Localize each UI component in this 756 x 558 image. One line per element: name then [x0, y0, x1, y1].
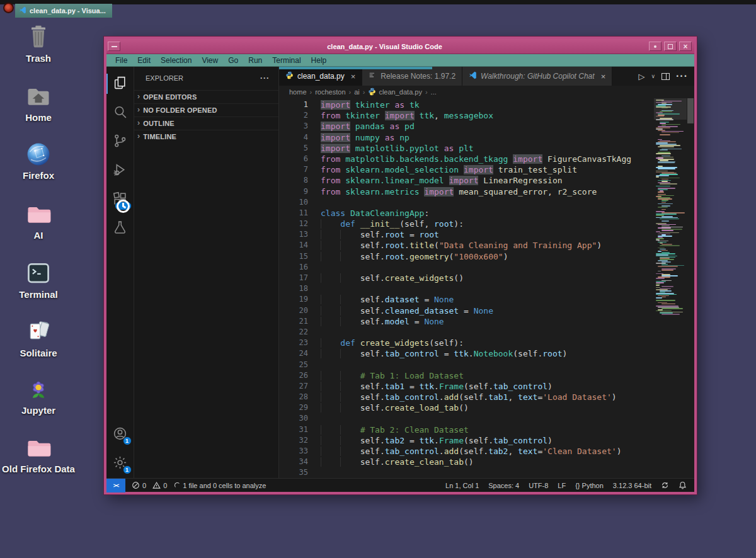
window-minimize-button[interactable] — [649, 42, 662, 51]
activity-accounts[interactable]: 1 — [106, 420, 134, 449]
split-editor-button[interactable] — [662, 73, 670, 80]
menu-edit[interactable]: Edit — [132, 56, 156, 65]
line-number[interactable]: 30 — [279, 413, 308, 424]
line-number[interactable]: 6 — [279, 154, 308, 164]
sidebar-section-no-folder-opened[interactable]: ›NO FOLDER OPENED — [134, 103, 278, 117]
code-line[interactable]: 22 — [279, 327, 654, 338]
desktop-icon-old-firefox-data[interactable]: Old Firefox Data — [0, 433, 77, 474]
line-number[interactable]: 26 — [279, 370, 308, 381]
activity-source-control[interactable] — [106, 127, 134, 156]
line-number[interactable]: 22 — [279, 327, 308, 338]
line-number[interactable]: 8 — [279, 175, 308, 186]
line-number[interactable]: 34 — [279, 457, 308, 467]
line-number[interactable]: 15 — [279, 251, 308, 262]
close-icon[interactable]: × — [601, 72, 606, 81]
breadcrumb-item-home[interactable]: home — [289, 88, 307, 96]
analysis-status[interactable]: 1 file and 0 cells to analyze — [175, 482, 266, 489]
code-line[interactable]: 9from sklearn.metrics import mean_square… — [279, 186, 654, 197]
code-line[interactable]: 2from tkinter import ttk, messagebox — [279, 110, 654, 121]
code-line[interactable]: 16 — [279, 262, 654, 273]
problems-indicator[interactable]: 0 0 — [132, 481, 167, 489]
editor-scrollbar[interactable] — [687, 98, 694, 478]
code-line[interactable]: 21 self.model = None — [279, 316, 654, 327]
line-number[interactable]: 1 — [279, 100, 308, 110]
tab-release-notes-1-97-2[interactable]: Release Notes: 1.97.2 — [362, 67, 462, 86]
code-line[interactable]: 1import tkinter as tk — [279, 100, 654, 110]
run-button[interactable]: ▷ — [638, 72, 644, 81]
breadcrumb-item-clean-data-py[interactable]: clean_data.py — [368, 88, 422, 97]
close-icon[interactable]: × — [351, 72, 356, 81]
sidebar-section-outline[interactable]: ›OUTLINE — [134, 117, 278, 130]
activity-testing[interactable] — [106, 214, 134, 243]
window-close-button[interactable]: × — [679, 42, 692, 51]
status-python[interactable]: {} Python — [575, 482, 604, 489]
window-titlebar[interactable]: clean_data.py - Visual Studio Code × — [106, 39, 694, 54]
menu-view[interactable]: View — [197, 56, 223, 65]
menu-terminal[interactable]: Terminal — [267, 56, 306, 65]
code-line[interactable]: 19 self.dataset = None — [279, 294, 654, 305]
status-utf-8[interactable]: UTF-8 — [529, 482, 548, 489]
sidebar-section-open-editors[interactable]: ›OPEN EDITORS — [134, 90, 278, 103]
status-lf[interactable]: LF — [558, 482, 566, 489]
line-number[interactable]: 29 — [279, 402, 308, 413]
code-line[interactable]: 11class DataCleaningApp: — [279, 208, 654, 219]
code-line[interactable]: 13 self.root = root — [279, 229, 654, 240]
code-line[interactable]: 24 self.tab_control = ttk.Notebook(self.… — [279, 348, 654, 359]
bell-icon[interactable] — [679, 481, 687, 489]
line-number[interactable]: 10 — [279, 197, 308, 208]
scrollbar-thumb[interactable] — [687, 98, 694, 123]
desktop-icon-terminal[interactable]: Terminal — [0, 259, 77, 300]
activity-settings[interactable]: 1 — [106, 449, 134, 478]
desktop-icon-firefox[interactable]: Firefox — [0, 140, 77, 181]
line-number[interactable]: 28 — [279, 392, 308, 402]
code-line[interactable]: 8from sklearn.linear_model import Linear… — [279, 175, 654, 186]
status-3-12-3-64-bit[interactable]: 3.12.3 64-bit — [613, 482, 651, 489]
code-line[interactable]: 23 def create_widgets(self): — [279, 338, 654, 348]
code-line[interactable]: 6from matplotlib.backends.backend_tkagg … — [279, 154, 654, 164]
code-line[interactable]: 30 — [279, 413, 654, 424]
code-line[interactable]: 5import matplotlib.pyplot as plt — [279, 143, 654, 154]
line-number[interactable]: 33 — [279, 446, 308, 457]
breadcrumb-item-rocheston[interactable]: rocheston — [315, 88, 345, 96]
desktop-icon-solitaire[interactable]: Solitaire — [0, 317, 77, 358]
line-number[interactable]: 35 — [279, 467, 308, 478]
code-line[interactable]: 25 — [279, 360, 654, 370]
line-number[interactable]: 7 — [279, 164, 308, 175]
code-line[interactable]: 34 self.create_clean_tab() — [279, 457, 654, 467]
code-line[interactable]: 35 — [279, 467, 654, 478]
line-number[interactable]: 24 — [279, 348, 308, 359]
line-number[interactable]: 18 — [279, 283, 308, 294]
chevron-down-icon[interactable]: ∨ — [651, 73, 655, 79]
breadcrumb-item-[interactable]: ... — [431, 88, 437, 96]
line-number[interactable]: 31 — [279, 424, 308, 435]
remote-indicator[interactable]: >< — [106, 479, 125, 493]
line-number[interactable]: 21 — [279, 316, 308, 327]
tab-clean-data-py[interactable]: clean_data.py× — [279, 67, 362, 86]
line-number[interactable]: 5 — [279, 143, 308, 154]
activity-search[interactable] — [106, 98, 134, 127]
panel-menu-icon[interactable] — [3, 3, 14, 13]
line-number[interactable]: 9 — [279, 186, 308, 197]
desktop-icon-jupyter[interactable]: Jupyter — [0, 375, 77, 416]
tab-walkthrough-github-copilot-chat[interactable]: Walkthrough: GitHub Copilot Chat× — [462, 67, 612, 86]
code-line[interactable]: 18 — [279, 283, 654, 294]
code-line[interactable]: 14 self.root.title("Data Cleaning and Tr… — [279, 240, 654, 251]
code-line[interactable]: 32 self.tab2 = ttk.Frame(self.tab_contro… — [279, 435, 654, 446]
desktop-icon-home[interactable]: Home — [0, 82, 77, 123]
menu-file[interactable]: File — [110, 56, 132, 65]
code-line[interactable]: 29 self.create_load_tab() — [279, 402, 654, 413]
code-line[interactable]: 12 def __init__(self, root): — [279, 219, 654, 229]
line-number[interactable]: 17 — [279, 273, 308, 283]
breadcrumb-item-ai[interactable]: ai — [354, 88, 360, 96]
code-line[interactable]: 33 self.tab_control.add(self.tab2, text=… — [279, 446, 654, 457]
line-number[interactable]: 32 — [279, 435, 308, 446]
line-number[interactable]: 20 — [279, 305, 308, 316]
line-number[interactable]: 2 — [279, 110, 308, 121]
line-number[interactable]: 11 — [279, 208, 308, 219]
code-editor[interactable]: 1import tkinter as tk2from tkinter impor… — [279, 98, 654, 478]
menu-run[interactable]: Run — [243, 56, 267, 65]
activity-run-debug[interactable] — [106, 156, 134, 185]
line-number[interactable]: 14 — [279, 240, 308, 251]
code-line[interactable]: 7from sklearn.model_selection import tra… — [279, 164, 654, 175]
code-line[interactable]: 4import numpy as np — [279, 132, 654, 143]
